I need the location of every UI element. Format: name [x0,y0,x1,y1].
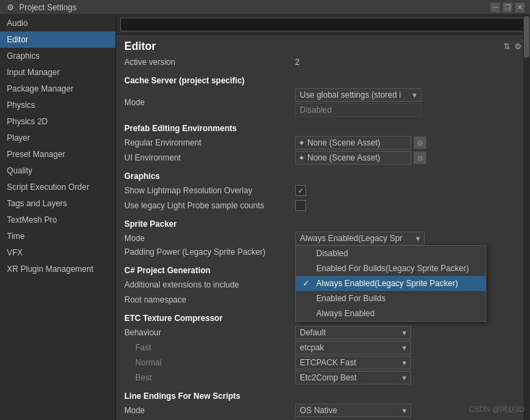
etc-best-value: Etc2Comp Best [300,373,357,382]
dropdown-option-enabled-builds-legacy[interactable]: Enabled For Builds(Legacy Sprite Packer) [296,261,486,276]
cache-server-section-title: Cache Server (project specific) [124,76,522,85]
sidebar-item-physics[interactable]: Physics [0,97,115,113]
sidebar: Audio Editor Graphics Input Manager Pack… [0,15,116,420]
active-version-label: Active version [124,57,295,67]
etc-normal-row: Normal ETCPACK Fast ▼ [124,356,522,369]
etc-fast-dropdown[interactable]: etcpak ▼ [295,341,411,354]
restore-button[interactable]: ❐ [503,3,512,12]
ui-env-row: UI Environment ✦ None (Scene Asset) ⊙ [124,151,522,165]
regular-env-dropdown[interactable]: ✦ None (Scene Asset) [295,136,411,150]
show-lightmap-label: Show Lightmap Resolution Overlay [124,186,295,195]
etc-behaviour-value: Default [300,328,326,337]
dropdown-option-enabled-builds-label: Enabled For Builds [316,294,385,303]
cache-server-mode-value: Use global settings (stored i [300,90,401,100]
etc-normal-value: ETCPACK Fast [300,358,356,367]
etc-best-dropdown[interactable]: Etc2Comp Best ▼ [295,371,411,384]
show-lightmap-row: Show Lightmap Resolution Overlay ✓ [124,184,522,197]
additional-extensions-label: Additional extensions to include [124,280,295,290]
content-inner: Editor ⇅ ⚙ Active version 2 Cache Server… [116,35,530,420]
etc-behaviour-row: Behaviour Default ▼ [124,326,522,339]
sprite-packer-mode-dropdown[interactable]: Always Enabled(Legacy Spr ▼ [295,232,425,245]
header-icons: ⇅ ⚙ [503,42,522,51]
sidebar-item-editor[interactable]: Editor [0,31,115,48]
gear-icon-button[interactable]: ⚙ [514,42,522,51]
ui-env-label: UI Environment [124,153,295,163]
scrollbar[interactable] [523,15,530,420]
regular-env-value: None (Scene Asset) [307,138,380,148]
etc-best-arrow-icon: ▼ [401,374,408,382]
etc-fast-arrow-icon: ▼ [401,344,408,352]
scene-icon: ✦ [298,139,305,148]
sliders-icon-button[interactable]: ⇅ [503,42,510,51]
dropdown-option-always-enabled-label: Always Enabled [316,309,374,318]
scrollbar-thumb[interactable] [524,16,529,57]
etc-best-row: Best Etc2Comp Best ▼ [124,371,522,384]
window-controls: ─ ❐ ✕ [490,3,525,12]
sidebar-item-script-execution[interactable]: Script Execution Order [0,179,115,195]
cache-server-mode-dropdown[interactable]: Use global settings (stored i ▼ [295,88,421,102]
minimize-button[interactable]: ─ [490,3,500,12]
regular-env-label: Regular Environment [124,138,295,148]
dropdown-option-always-enabled-legacy[interactable]: ✓ Always Enabled(Legacy Sprite Packer) [296,276,486,291]
sidebar-item-tags-layers[interactable]: Tags and Layers [0,195,115,212]
sidebar-item-package-manager[interactable]: Package Manager [0,81,115,97]
sidebar-item-player[interactable]: Player [0,130,115,146]
etc-normal-label: Normal [124,358,295,367]
etc-normal-arrow-icon: ▼ [401,359,408,367]
prefab-section-title: Prefab Editing Environments [124,124,522,133]
ui-env-dropdown[interactable]: ✦ None (Scene Asset) [295,151,411,165]
sidebar-item-xr-plugin[interactable]: XR Plugin Management [0,261,115,277]
sprite-packer-mode-label: Mode [124,234,295,243]
line-endings-arrow-icon: ▼ [401,407,408,415]
sprite-packer-dropdown-popup: Disabled Enabled For Builds(Legacy Sprit… [295,245,486,322]
dropdown-option-always-enabled-legacy-label: Always Enabled(Legacy Sprite Packer) [316,279,458,288]
sidebar-item-time[interactable]: Time [0,228,115,244]
scene-icon-2: ✦ [298,154,305,163]
line-endings-section-title: Line Endings For New Scripts [124,391,522,401]
graphics-section-title: Graphics [124,171,522,181]
root-namespace-label: Root namespace [124,295,295,305]
ui-env-circle-button[interactable]: ⊙ [414,152,426,164]
show-lightmap-checkbox[interactable]: ✓ [295,185,306,196]
etc-behaviour-label: Behaviour [124,328,295,337]
padding-power-label: Padding Power (Legacy Sprite Packer) [124,247,295,257]
etc-behaviour-dropdown[interactable]: Default ▼ [295,326,411,339]
dropdown-option-enabled-builds-legacy-label: Enabled For Builds(Legacy Sprite Packer) [316,264,469,273]
search-input[interactable] [120,18,526,31]
dropdown-option-always-enabled[interactable]: Always Enabled [296,306,486,321]
sidebar-item-vfx[interactable]: VFX [0,244,115,261]
line-endings-mode-label: Mode [124,406,295,415]
dropdown-option-disabled[interactable]: Disabled [296,246,486,261]
dropdown-arrow-icon: ▼ [411,92,418,99]
editor-header: Editor ⇅ ⚙ [124,40,522,53]
app-icon: ⚙ [5,3,15,12]
line-endings-mode-dropdown[interactable]: OS Native ▼ [295,404,411,417]
etc-best-label: Best [124,373,295,382]
dropdown-option-disabled-label: Disabled [316,249,348,258]
sidebar-item-quality[interactable]: Quality [0,163,115,179]
sidebar-item-textmesh[interactable]: TextMesh Pro [0,212,115,228]
title-bar: ⚙ Project Settings ─ ❐ ✕ [0,0,530,15]
sprite-packer-mode-value: Always Enabled(Legacy Spr [300,234,402,243]
etc-behaviour-arrow-icon: ▼ [401,329,408,337]
legacy-probe-checkbox[interactable] [295,200,306,211]
sidebar-item-preset-manager[interactable]: Preset Manager [0,146,115,163]
regular-env-circle-button[interactable]: ⊙ [414,137,426,149]
sidebar-item-graphics[interactable]: Graphics [0,48,115,64]
legacy-probe-label: Use legacy Light Probe sample counts [124,201,295,210]
sidebar-item-physics-2d[interactable]: Physics 2D [0,113,115,130]
close-button[interactable]: ✕ [515,3,525,12]
legacy-probe-row: Use legacy Light Probe sample counts [124,199,522,212]
main-container: Audio Editor Graphics Input Manager Pack… [0,15,530,420]
sidebar-item-input-manager[interactable]: Input Manager [0,64,115,81]
ui-env-value: None (Scene Asset) [307,153,380,163]
active-version-row: Active version 2 [124,55,522,69]
sidebar-item-audio[interactable]: Audio [0,15,115,31]
regular-env-row: Regular Environment ✦ None (Scene Asset)… [124,136,522,150]
active-version-value: 2 [295,57,522,67]
dropdown-option-enabled-builds[interactable]: Enabled For Builds [296,291,486,306]
search-bar [116,15,530,35]
cache-server-mode-label: Mode [124,98,295,107]
etc-normal-dropdown[interactable]: ETCPACK Fast ▼ [295,356,411,369]
etc-fast-value: etcpak [300,343,324,352]
